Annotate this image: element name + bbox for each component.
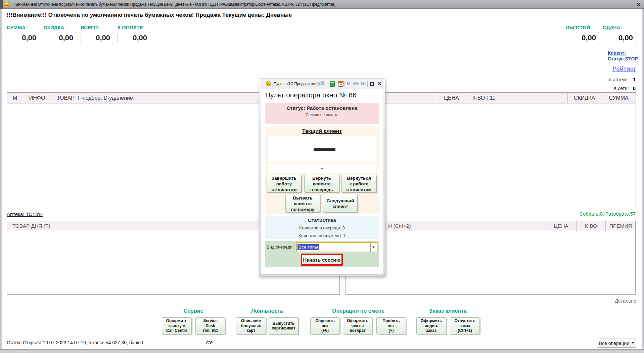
group-title-order: Заказ клиента xyxy=(414,308,481,314)
summa-label: СУММА: xyxy=(7,25,27,30)
release-order-button[interactable]: Отпустить заказ (Ctrl+1) xyxy=(450,317,480,334)
issue-certificate-button[interactable]: Выпустить сертификат xyxy=(269,317,298,334)
resume-client-work-button[interactable]: Вернуться к работе с клиентом xyxy=(341,175,376,192)
call-client-by-number-button[interactable]: Вызвать клиента по номеру xyxy=(285,195,320,212)
start-session-button[interactable]: Начать сессию xyxy=(301,254,343,266)
dialog-session-box: Вид очереди: Все типы Начать сессию xyxy=(265,241,379,267)
client-status-link[interactable]: Статус:STOP xyxy=(608,56,644,62)
skidka-label: СКИДКА: xyxy=(44,25,66,30)
in-pharmacy-label: в аптеке: xyxy=(609,77,629,82)
sdacha-label: СДАЧА: xyxy=(603,25,622,30)
client-info-strip: – xyxy=(268,164,376,173)
rating-link[interactable]: Рейтинг xyxy=(568,65,636,73)
column-kvo-2: К-ВО xyxy=(577,221,606,231)
toolbar-separator xyxy=(327,81,327,87)
column-cena-2: ЦЕНА xyxy=(546,221,577,231)
window-border-bottom xyxy=(0,349,644,353)
lgotoi-label: ЛЬГОТОЙ: xyxy=(566,25,592,30)
individual-order-button[interactable]: Оформить индив. заказ xyxy=(416,317,446,334)
status-bar-text: Статус:Открыта 10.07.2023 14:07:19, в ка… xyxy=(7,340,143,345)
warning-message: !!!Внимание!!! Отключена по умолчанию пе… xyxy=(7,12,292,18)
pharmacy-to-link[interactable]: Аптека: ТО: 0% xyxy=(7,211,43,217)
column-kvo: К-ВО F11 xyxy=(467,93,568,103)
in-pharmacy-value: 1 xyxy=(629,77,636,82)
column-skidka: СКИДКА xyxy=(568,93,601,103)
dialog-status-subtitle: Сессия не начата xyxy=(265,113,379,117)
next-client-button[interactable]: Следующий клиент xyxy=(323,195,358,212)
dialog-close-button[interactable]: ✕ xyxy=(378,80,382,88)
group-title-operations: Операции по смене xyxy=(325,308,392,314)
column-cena: ЦЕНА xyxy=(436,93,467,103)
queue-type-value: Все типы xyxy=(297,244,319,250)
client-name-placeholder xyxy=(314,148,335,151)
print-icon[interactable] xyxy=(319,81,326,86)
calculator-icon[interactable] xyxy=(330,81,335,87)
detail-link[interactable]: Детально xyxy=(569,298,636,304)
current-client-display xyxy=(268,136,376,162)
return-receipt-button[interactable]: Оформить чек на возврат xyxy=(343,317,372,334)
vsego-field: 0,00 xyxy=(81,32,113,44)
column-info: ИНФО xyxy=(23,93,51,103)
koplate-field: 0,00 xyxy=(118,32,150,44)
bonus-cards-button[interactable]: Описание бонусных карт xyxy=(236,317,266,334)
memory-m-button[interactable]: M xyxy=(347,80,350,88)
dialog-title: Пульт... (1С:Предприятие) xyxy=(274,80,319,88)
promo-table-header: И (Ctrl+2) ЦЕНА К-ВО ПРЕМИЯ xyxy=(346,221,635,231)
1c-app-icon: 1С xyxy=(4,2,10,7)
window-close-button[interactable]: ✕ xyxy=(635,0,643,9)
return-client-to-queue-button[interactable]: Вернуть клиента в очередь xyxy=(304,175,339,192)
all-operations-button[interactable]: Все операции xyxy=(597,339,636,348)
all-operations-label: Все операции xyxy=(599,341,629,346)
toolbar-separator xyxy=(344,81,344,87)
stats-title: Статистика xyxy=(265,217,379,223)
window-border-left xyxy=(0,9,2,349)
window-title: !!!Внимание!!! Отключена по умолчанию пе… xyxy=(12,0,335,9)
call-centre-button[interactable]: Оформить заявку в Call Centre xyxy=(162,317,192,334)
calendar-icon[interactable]: 31 xyxy=(338,81,343,87)
promo-table[interactable]: И (Ctrl+2) ЦЕНА К-ВО ПРЕМИЯ xyxy=(346,221,636,295)
dialog-client-box: Текщий клиент – Завершить работу с клиен… xyxy=(265,127,379,214)
queue-type-label: Вид очереди: xyxy=(267,245,294,250)
dialog-stats-box: Статистика Клиентов в очереди: 3 Клиенто… xyxy=(265,216,379,239)
vsego-label: ВСЕГО: xyxy=(81,25,99,30)
in-network-label: в сети: xyxy=(614,86,629,91)
dialog-maximize-button[interactable] xyxy=(370,82,374,86)
dialog-status-box: Статус: Работа остановлена Сессия не нач… xyxy=(265,103,379,124)
queue-type-combobox[interactable]: Все типы xyxy=(296,242,377,252)
dialog-heading: Пульт оператора окно № 66 xyxy=(265,91,357,99)
dialog-titlebar[interactable]: 1С Пульт... (1С:Предприятие) 31 M M+ M- … xyxy=(260,80,385,88)
group-title-loyalty: Лояльность xyxy=(234,308,301,314)
summa-field: 0,00 xyxy=(7,32,39,44)
titlebar-left-edge xyxy=(0,0,3,9)
dialog-status-title: Статус: Работа остановлена xyxy=(265,105,379,111)
memory-m-minus-button[interactable]: M- xyxy=(361,80,366,88)
operator-dialog: 1С Пульт... (1С:Предприятие) 31 M M+ M- … xyxy=(259,79,385,276)
memory-m-plus-button[interactable]: M+ xyxy=(353,80,359,88)
column-m: М xyxy=(7,93,23,103)
skidka-field: 0,00 xyxy=(44,32,76,44)
combobox-caret-icon xyxy=(372,247,375,248)
group-title-service: Сервис xyxy=(160,308,227,314)
su-label: СУ: xyxy=(206,340,213,345)
finish-client-button[interactable]: Завершить работу с клиентом xyxy=(267,175,302,192)
toolbar-separator xyxy=(367,81,368,87)
clients-served: Клиентов обслужено: 7 xyxy=(265,233,379,238)
lgotoi-field: 0,00 xyxy=(566,32,599,44)
in-network-value: 0 xyxy=(629,85,636,91)
dropdown-caret-icon xyxy=(632,342,634,344)
current-client-title: Текщий клиент xyxy=(265,128,379,134)
punch-receipt-button[interactable]: Пробить чек (+) xyxy=(376,317,406,334)
window-titlebar: 1С !!!Внимание!!! Отключена по умолчанию… xyxy=(0,0,644,9)
clients-in-queue: Клиентов в очереди: 3 xyxy=(265,225,379,230)
client-link[interactable]: Клиент: xyxy=(608,50,644,56)
collect-disassemble-link[interactable]: Собрать:0, Разобрать:57 xyxy=(501,211,636,217)
service-desk-button[interactable]: Service Desk тел. 911 xyxy=(195,317,225,334)
reset-receipt-button[interactable]: Сбросить чек (F6) xyxy=(310,317,340,334)
koplate-label: К ОПЛАТЕ: xyxy=(118,25,145,30)
sdacha-field: 0,00 xyxy=(603,32,636,44)
1c-dialog-icon: 1С xyxy=(266,81,271,86)
column-summa: СУММА xyxy=(601,93,636,103)
combobox-dropdown-button[interactable] xyxy=(370,243,377,252)
column-premiya: ПРЕМИЯ xyxy=(606,221,636,231)
